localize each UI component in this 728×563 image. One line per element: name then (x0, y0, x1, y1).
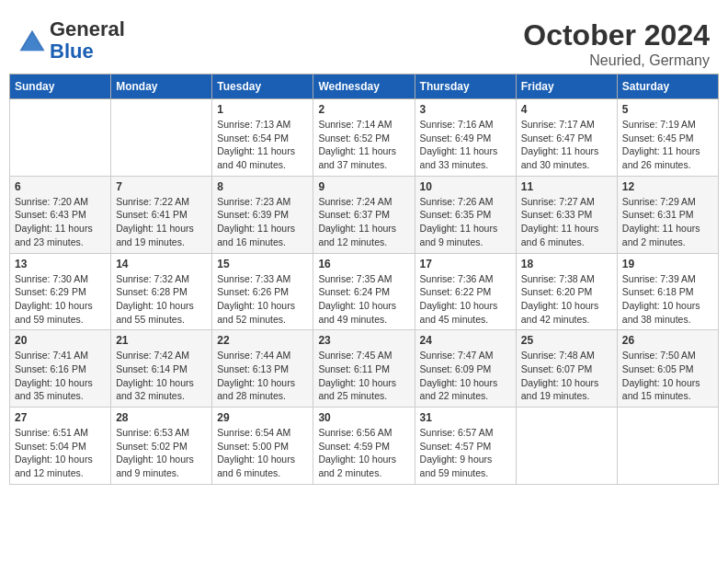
calendar-table: SundayMondayTuesdayWednesdayThursdayFrid… (9, 74, 719, 485)
day-number: 4 (521, 103, 612, 116)
day-number: 20 (15, 334, 106, 347)
day-info: Sunrise: 7:39 AM Sunset: 6:18 PM Dayligh… (622, 272, 713, 327)
day-info: Sunrise: 7:48 AM Sunset: 6:07 PM Dayligh… (521, 349, 612, 403)
calendar-cell: 22Sunrise: 7:44 AM Sunset: 6:13 PM Dayli… (212, 330, 313, 408)
calendar-cell (617, 408, 718, 485)
day-info: Sunrise: 7:24 AM Sunset: 6:37 PM Dayligh… (318, 195, 409, 249)
calendar-cell: 10Sunrise: 7:26 AM Sunset: 6:35 PM Dayli… (415, 176, 516, 253)
day-number: 7 (116, 180, 207, 193)
day-info: Sunrise: 7:13 AM Sunset: 6:54 PM Dayligh… (217, 118, 308, 172)
day-number: 30 (318, 411, 409, 424)
month-title: October 2024 (523, 18, 710, 52)
day-number: 18 (521, 258, 612, 270)
day-info: Sunrise: 7:14 AM Sunset: 6:52 PM Dayligh… (318, 118, 409, 172)
day-info: Sunrise: 7:32 AM Sunset: 6:28 PM Dayligh… (116, 272, 207, 327)
calendar-cell: 23Sunrise: 7:45 AM Sunset: 6:11 PM Dayli… (313, 330, 415, 408)
col-header-wednesday: Wednesday (313, 75, 415, 99)
calendar-cell: 3Sunrise: 7:16 AM Sunset: 6:49 PM Daylig… (415, 99, 516, 177)
day-number: 12 (622, 180, 713, 193)
calendar-cell: 7Sunrise: 7:22 AM Sunset: 6:41 PM Daylig… (111, 176, 212, 253)
day-number: 31 (420, 411, 511, 424)
calendar-cell: 17Sunrise: 7:36 AM Sunset: 6:22 PM Dayli… (415, 253, 516, 330)
day-number: 3 (420, 103, 511, 116)
calendar-cell: 9Sunrise: 7:24 AM Sunset: 6:37 PM Daylig… (313, 176, 415, 253)
calendar-cell: 19Sunrise: 7:39 AM Sunset: 6:18 PM Dayli… (617, 253, 718, 330)
calendar-cell: 20Sunrise: 7:41 AM Sunset: 6:16 PM Dayli… (10, 330, 111, 408)
col-header-sunday: Sunday (10, 75, 111, 99)
day-number: 28 (116, 411, 207, 424)
day-number: 25 (521, 334, 612, 347)
day-info: Sunrise: 7:23 AM Sunset: 6:39 PM Dayligh… (217, 195, 308, 249)
page-header: General Blue October 2024 Neuried, Germa… (9, 9, 719, 74)
calendar-cell: 5Sunrise: 7:19 AM Sunset: 6:45 PM Daylig… (617, 99, 718, 177)
day-info: Sunrise: 6:54 AM Sunset: 5:00 PM Dayligh… (217, 426, 308, 480)
location: Neuried, Germany (523, 52, 710, 69)
day-info: Sunrise: 7:41 AM Sunset: 6:16 PM Dayligh… (15, 349, 106, 403)
day-info: Sunrise: 7:16 AM Sunset: 6:49 PM Dayligh… (420, 118, 511, 172)
calendar-cell: 25Sunrise: 7:48 AM Sunset: 6:07 PM Dayli… (516, 330, 617, 408)
day-number: 22 (217, 334, 308, 347)
day-info: Sunrise: 7:22 AM Sunset: 6:41 PM Dayligh… (116, 195, 207, 249)
day-info: Sunrise: 6:51 AM Sunset: 5:04 PM Dayligh… (15, 426, 106, 480)
day-number: 8 (217, 180, 308, 193)
day-number: 16 (318, 258, 409, 270)
day-info: Sunrise: 7:36 AM Sunset: 6:22 PM Dayligh… (420, 272, 511, 327)
day-number: 9 (318, 180, 409, 193)
day-info: Sunrise: 7:38 AM Sunset: 6:20 PM Dayligh… (521, 272, 612, 327)
day-number: 11 (521, 180, 612, 193)
day-info: Sunrise: 7:17 AM Sunset: 6:47 PM Dayligh… (521, 118, 612, 172)
day-info: Sunrise: 7:35 AM Sunset: 6:24 PM Dayligh… (318, 272, 409, 327)
day-number: 1 (217, 103, 308, 116)
calendar-cell: 27Sunrise: 6:51 AM Sunset: 5:04 PM Dayli… (10, 408, 111, 485)
day-number: 17 (420, 258, 511, 270)
calendar-cell: 11Sunrise: 7:27 AM Sunset: 6:33 PM Dayli… (516, 176, 617, 253)
day-info: Sunrise: 7:50 AM Sunset: 6:05 PM Dayligh… (622, 349, 713, 403)
day-number: 24 (420, 334, 511, 347)
calendar-cell (10, 99, 111, 177)
logo-text: General Blue (50, 18, 125, 63)
calendar-cell: 21Sunrise: 7:42 AM Sunset: 6:14 PM Dayli… (111, 330, 212, 408)
day-number: 19 (622, 258, 713, 270)
calendar-cell: 29Sunrise: 6:54 AM Sunset: 5:00 PM Dayli… (212, 408, 313, 485)
calendar-cell: 18Sunrise: 7:38 AM Sunset: 6:20 PM Dayli… (516, 253, 617, 330)
calendar-cell (516, 408, 617, 485)
day-number: 13 (15, 258, 106, 270)
col-header-friday: Friday (516, 75, 617, 99)
day-number: 29 (217, 411, 308, 424)
title-block: October 2024 Neuried, Germany (523, 18, 710, 69)
day-info: Sunrise: 7:30 AM Sunset: 6:29 PM Dayligh… (15, 272, 106, 327)
day-number: 27 (15, 411, 106, 424)
day-number: 15 (217, 258, 308, 270)
day-info: Sunrise: 7:47 AM Sunset: 6:09 PM Dayligh… (420, 349, 511, 403)
day-info: Sunrise: 7:33 AM Sunset: 6:26 PM Dayligh… (217, 272, 308, 327)
calendar-cell: 30Sunrise: 6:56 AM Sunset: 4:59 PM Dayli… (313, 408, 415, 485)
day-number: 14 (116, 258, 207, 270)
calendar-cell: 1Sunrise: 7:13 AM Sunset: 6:54 PM Daylig… (212, 99, 313, 177)
calendar-cell (111, 99, 212, 177)
day-number: 10 (420, 180, 511, 193)
logo: General Blue (18, 18, 125, 63)
col-header-tuesday: Tuesday (212, 75, 313, 99)
day-info: Sunrise: 6:57 AM Sunset: 4:57 PM Dayligh… (420, 426, 511, 480)
calendar-cell: 8Sunrise: 7:23 AM Sunset: 6:39 PM Daylig… (212, 176, 313, 253)
calendar-cell: 26Sunrise: 7:50 AM Sunset: 6:05 PM Dayli… (617, 330, 718, 408)
day-info: Sunrise: 7:19 AM Sunset: 6:45 PM Dayligh… (622, 118, 713, 172)
calendar-cell: 13Sunrise: 7:30 AM Sunset: 6:29 PM Dayli… (10, 253, 111, 330)
day-info: Sunrise: 7:45 AM Sunset: 6:11 PM Dayligh… (318, 349, 409, 403)
col-header-saturday: Saturday (617, 75, 718, 99)
day-number: 2 (318, 103, 409, 116)
calendar-cell: 14Sunrise: 7:32 AM Sunset: 6:28 PM Dayli… (111, 253, 212, 330)
day-info: Sunrise: 7:26 AM Sunset: 6:35 PM Dayligh… (420, 195, 511, 249)
day-number: 5 (622, 103, 713, 116)
day-number: 21 (116, 334, 207, 347)
calendar-cell: 24Sunrise: 7:47 AM Sunset: 6:09 PM Dayli… (415, 330, 516, 408)
col-header-monday: Monday (111, 75, 212, 99)
calendar-cell: 16Sunrise: 7:35 AM Sunset: 6:24 PM Dayli… (313, 253, 415, 330)
calendar-cell: 31Sunrise: 6:57 AM Sunset: 4:57 PM Dayli… (415, 408, 516, 485)
day-info: Sunrise: 6:56 AM Sunset: 4:59 PM Dayligh… (318, 426, 409, 480)
calendar-cell: 6Sunrise: 7:20 AM Sunset: 6:43 PM Daylig… (10, 176, 111, 253)
day-number: 26 (622, 334, 713, 347)
logo-icon (18, 27, 46, 54)
calendar-cell: 28Sunrise: 6:53 AM Sunset: 5:02 PM Dayli… (111, 408, 212, 485)
day-info: Sunrise: 7:27 AM Sunset: 6:33 PM Dayligh… (521, 195, 612, 249)
